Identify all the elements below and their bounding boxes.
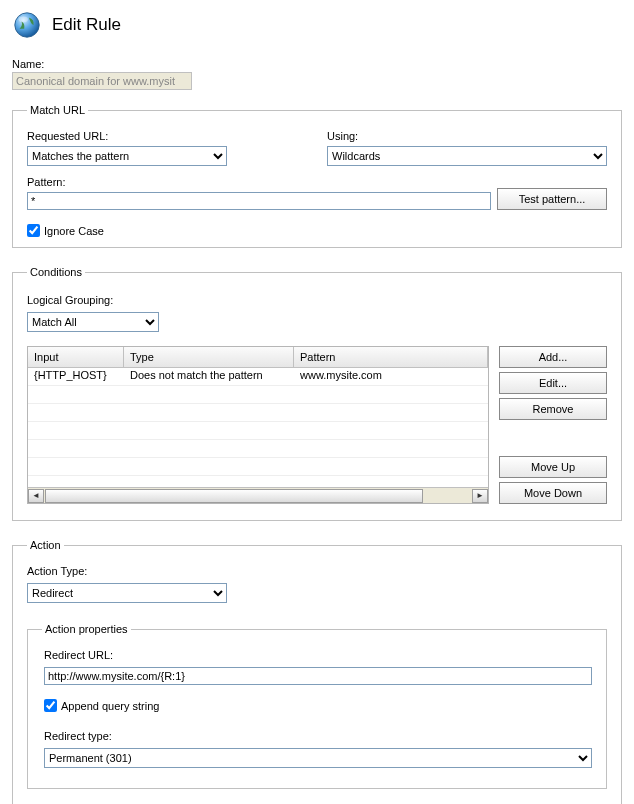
scroll-thumb[interactable] xyxy=(45,489,423,503)
remove-button[interactable]: Remove xyxy=(499,398,607,420)
grid-header: Input Type Pattern xyxy=(28,347,488,368)
ignore-case-checkbox[interactable] xyxy=(27,224,40,237)
match-url-group: Match URL Requested URL: Matches the pat… xyxy=(12,104,622,248)
pattern-label: Pattern: xyxy=(27,176,491,188)
page-title: Edit Rule xyxy=(52,15,121,35)
move-up-button[interactable]: Move Up xyxy=(499,456,607,478)
cell-input: {HTTP_HOST} xyxy=(28,368,124,385)
redirect-url-label: Redirect URL: xyxy=(44,649,592,661)
pattern-input[interactable] xyxy=(27,192,491,210)
redirect-type-select[interactable]: Permanent (301) xyxy=(44,748,592,768)
table-row[interactable] xyxy=(28,386,488,404)
cell-type: Does not match the pattern xyxy=(124,368,294,385)
table-row[interactable]: {HTTP_HOST} Does not match the pattern w… xyxy=(28,368,488,386)
redirect-url-input[interactable] xyxy=(44,667,592,685)
table-row[interactable] xyxy=(28,404,488,422)
requested-url-label: Requested URL: xyxy=(27,130,307,142)
match-url-legend: Match URL xyxy=(27,104,88,116)
logical-grouping-label: Logical Grouping: xyxy=(27,294,607,306)
action-legend: Action xyxy=(27,539,64,551)
using-label: Using: xyxy=(327,130,607,142)
name-input[interactable] xyxy=(12,72,192,90)
scroll-right-icon[interactable]: ► xyxy=(472,489,488,503)
test-pattern-button[interactable]: Test pattern... xyxy=(497,188,607,210)
edit-button[interactable]: Edit... xyxy=(499,372,607,394)
logical-grouping-select[interactable]: Match All xyxy=(27,312,159,332)
using-select[interactable]: Wildcards xyxy=(327,146,607,166)
globe-icon xyxy=(12,10,42,40)
svg-point-0 xyxy=(15,13,39,37)
requested-url-select[interactable]: Matches the pattern xyxy=(27,146,227,166)
action-type-select[interactable]: Redirect xyxy=(27,583,227,603)
table-row[interactable] xyxy=(28,422,488,440)
page-header: Edit Rule xyxy=(12,10,622,40)
action-properties-legend: Action properties xyxy=(42,623,131,635)
conditions-legend: Conditions xyxy=(27,266,85,278)
cell-pattern: www.mysite.com xyxy=(294,368,488,385)
col-type[interactable]: Type xyxy=(124,347,294,367)
ignore-case-label: Ignore Case xyxy=(44,225,104,237)
conditions-grid[interactable]: Input Type Pattern {HTTP_HOST} Does not … xyxy=(27,346,489,504)
action-type-label: Action Type: xyxy=(27,565,607,577)
redirect-type-label: Redirect type: xyxy=(44,730,592,742)
table-row[interactable] xyxy=(28,440,488,458)
conditions-group: Conditions Logical Grouping: Match All I… xyxy=(12,266,622,521)
move-down-button[interactable]: Move Down xyxy=(499,482,607,504)
scroll-left-icon[interactable]: ◄ xyxy=(28,489,44,503)
name-field: Name: xyxy=(12,58,622,90)
name-label: Name: xyxy=(12,58,622,70)
action-group: Action Action Type: Redirect Action prop… xyxy=(12,539,622,804)
append-query-label: Append query string xyxy=(61,700,159,712)
col-input[interactable]: Input xyxy=(28,347,124,367)
append-query-checkbox[interactable] xyxy=(44,699,57,712)
svg-point-1 xyxy=(19,17,28,23)
col-pattern[interactable]: Pattern xyxy=(294,347,488,367)
horizontal-scrollbar[interactable]: ◄ ► xyxy=(28,487,488,503)
table-row[interactable] xyxy=(28,458,488,476)
action-properties-group: Action properties Redirect URL: Append q… xyxy=(27,623,607,789)
add-button[interactable]: Add... xyxy=(499,346,607,368)
